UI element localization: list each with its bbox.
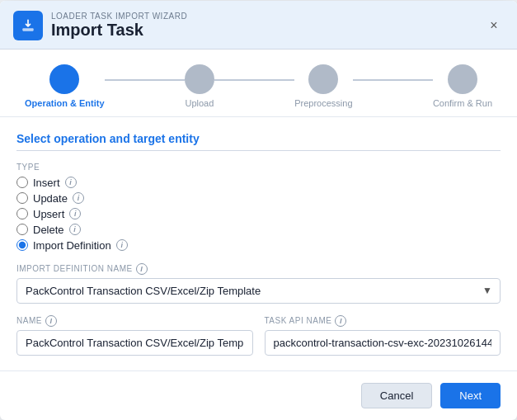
- name-info-icon: i: [45, 315, 57, 327]
- radio-upsert-input[interactable]: [16, 208, 28, 219]
- connector-1: [105, 79, 185, 81]
- dialog-subtitle: LOADER TASK IMPORT WIZARD: [51, 12, 484, 21]
- step-circle-3: [308, 64, 338, 94]
- radio-delete[interactable]: Delete i: [16, 224, 501, 236]
- section-title: Select operation and target entity: [16, 132, 501, 151]
- radio-import-definition-label: Import Definition: [33, 239, 111, 252]
- step-operation-entity: Operation & Entity: [25, 64, 105, 108]
- radio-insert[interactable]: Insert i: [16, 177, 501, 189]
- upsert-info-icon: i: [69, 208, 81, 219]
- dialog-body: Select operation and target entity TYPE …: [0, 117, 517, 364]
- step-circle-4: [448, 64, 477, 94]
- stepper: Operation & Entity Upload Preprocessing …: [0, 50, 517, 117]
- task-api-name-field-col: TASK API NAME i: [265, 315, 501, 356]
- type-radio-group: Insert i Update i Upsert i Delete i Impo…: [16, 177, 501, 252]
- import-definition-name-info-icon: i: [136, 263, 148, 275]
- step-label-4: Confirm & Run: [433, 98, 492, 108]
- import-definition-name-select[interactable]: PackControl Transaction CSV/Excel/Zip Te…: [16, 278, 501, 304]
- radio-delete-input[interactable]: [16, 224, 28, 235]
- name-field-label: NAME i: [16, 315, 253, 327]
- import-definition-name-select-wrapper: PackControl Transaction CSV/Excel/Zip Te…: [16, 278, 501, 304]
- radio-update-input[interactable]: [16, 192, 28, 204]
- dialog-footer: Cancel Next: [0, 370, 517, 420]
- connector-2: [214, 79, 294, 81]
- update-info-icon: i: [73, 192, 84, 204]
- radio-import-definition[interactable]: Import Definition i: [16, 239, 501, 252]
- svg-rect-0: [22, 28, 33, 31]
- step-label-1: Operation & Entity: [25, 98, 105, 108]
- step-circle-2: [185, 64, 214, 94]
- import-definition-info-icon: i: [116, 239, 128, 251]
- task-api-name-label: TASK API NAME i: [265, 315, 501, 327]
- radio-insert-label: Insert: [33, 177, 60, 189]
- step-upload: Upload: [185, 64, 214, 108]
- name-field-col: NAME i: [16, 315, 253, 356]
- step-preprocessing: Preprocessing: [294, 64, 352, 108]
- name-taskapi-row: NAME i TASK API NAME i: [16, 315, 501, 356]
- step-label-3: Preprocessing: [294, 98, 352, 108]
- radio-upsert[interactable]: Upsert i: [16, 208, 501, 220]
- radio-update[interactable]: Update i: [16, 192, 501, 205]
- step-circle-1: [49, 64, 79, 94]
- header-text: LOADER TASK IMPORT WIZARD Import Task: [51, 12, 484, 40]
- name-input[interactable]: [16, 330, 253, 356]
- delete-info-icon: i: [69, 224, 81, 235]
- step-label-2: Upload: [185, 98, 214, 108]
- next-button[interactable]: Next: [440, 383, 501, 408]
- radio-delete-label: Delete: [33, 224, 64, 236]
- import-task-dialog: LOADER TASK IMPORT WIZARD Import Task × …: [0, 1, 517, 420]
- radio-upsert-label: Upsert: [33, 208, 64, 220]
- step-confirm-run: Confirm & Run: [433, 64, 492, 108]
- type-group-label: TYPE: [16, 163, 501, 172]
- radio-update-label: Update: [33, 192, 68, 205]
- connector-3: [353, 79, 433, 81]
- cancel-button[interactable]: Cancel: [361, 383, 432, 408]
- import-definition-name-label: IMPORT DEFINITION NAME i: [16, 263, 501, 275]
- radio-insert-input[interactable]: [16, 177, 28, 188]
- insert-info-icon: i: [65, 177, 77, 188]
- dialog-title: Import Task: [51, 21, 484, 40]
- task-api-name-input[interactable]: [265, 330, 501, 356]
- dialog-header: LOADER TASK IMPORT WIZARD Import Task ×: [0, 1, 517, 50]
- header-icon: [13, 11, 43, 40]
- close-button[interactable]: ×: [484, 16, 504, 35]
- radio-import-definition-input[interactable]: [16, 239, 28, 251]
- task-api-name-info-icon: i: [335, 315, 346, 327]
